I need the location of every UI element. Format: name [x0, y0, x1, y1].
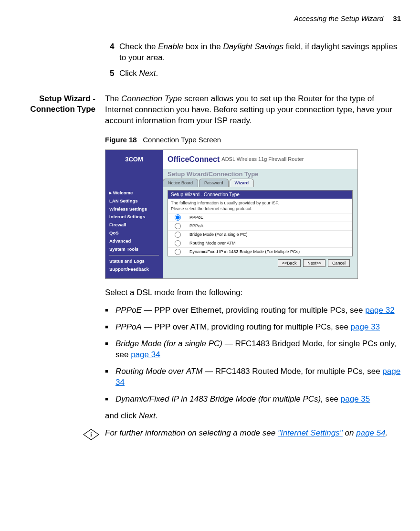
step-5: 5 Click Next.: [110, 68, 401, 79]
screenshot-brand: OfficeConnectADSL Wireless 11g Firewall …: [163, 150, 357, 169]
running-head-text: Accessing the Setup Wizard: [294, 14, 383, 22]
panel-info: The following information is usually pro…: [168, 199, 352, 212]
bullet-icon: ■: [105, 339, 116, 361]
screenshot-subtitle: Setup Wizard/Connection Type: [163, 169, 357, 179]
info-note: i For further information on selecting a…: [83, 428, 401, 444]
radio-1483-input[interactable]: [175, 249, 181, 255]
tab-notice-board[interactable]: Notice Board: [163, 179, 198, 187]
nav-status-logs[interactable]: Status and Logs: [109, 257, 163, 266]
link-page-35[interactable]: page 35: [341, 394, 370, 404]
bullet-icon: ■: [105, 394, 116, 405]
link-internet-settings[interactable]: "Internet Settings": [278, 428, 343, 437]
link-page-32[interactable]: page 32: [365, 306, 394, 315]
tab-password[interactable]: Password: [199, 179, 229, 187]
radio-routing-atm[interactable]: Routing Mode over ATM: [168, 239, 352, 247]
section-intro: The Connection Type screen allows you to…: [105, 94, 401, 127]
radio-1483[interactable]: Dynamic/Fixed IP in 1483 Bridge Mode (Fo…: [168, 247, 352, 256]
radio-bridge[interactable]: Bridge Mode (For a single PC): [168, 230, 352, 239]
screenshot-sidebar: Welcome LAN Settings Wireless Settings I…: [105, 187, 163, 278]
figure-caption: Figure 18 Connection Type Screen: [105, 135, 401, 145]
tab-wizard[interactable]: Wizard: [230, 179, 254, 187]
step-5-num: 5: [110, 68, 119, 79]
info-note-text: For further information on selecting a m…: [105, 428, 388, 439]
step-5-text: Click Next.: [119, 68, 401, 79]
link-page-33[interactable]: page 33: [351, 322, 380, 331]
nav-advanced[interactable]: Advanced: [109, 237, 163, 245]
after-list-instruction: and click Next.: [105, 411, 401, 422]
bullet-icon: ■: [105, 322, 116, 333]
section-heading: Setup Wizard - Connection Type: [19, 94, 105, 444]
dsl-item-pppoa: ■ PPPoA — PPP over ATM, providing routin…: [105, 322, 401, 333]
section-connection-type: Setup Wizard - Connection Type The Conne…: [19, 94, 401, 444]
radio-pppoa[interactable]: PPPoA: [168, 222, 352, 230]
nav-lan[interactable]: LAN Settings: [109, 197, 163, 205]
step-4: 4 Check the Enable box in the Daylight S…: [110, 42, 401, 64]
cancel-button[interactable]: Cancel: [328, 259, 350, 267]
nav-firewall[interactable]: Firewall: [109, 221, 163, 229]
connection-type-panel: Setup Wizard - Connection Type The follo…: [168, 190, 353, 256]
step-4-text: Check the Enable box in the Daylight Sav…: [119, 42, 401, 64]
radio-pppoa-input[interactable]: [175, 223, 181, 229]
radio-routing-atm-input[interactable]: [175, 240, 181, 246]
radio-pppoe-input[interactable]: [175, 214, 181, 221]
figure-18-screenshot: 3COM OfficeConnectADSL Wireless 11g Fire…: [105, 149, 358, 279]
dsl-item-1483: ■ Dynamic/Fixed IP in 1483 Bridge Mode (…: [105, 394, 401, 405]
bullet-icon: ■: [105, 305, 116, 316]
bullet-icon: ■: [105, 366, 116, 388]
link-page-54[interactable]: page 54: [356, 428, 385, 437]
back-button[interactable]: <<Back: [278, 259, 301, 267]
nav-qos[interactable]: QoS: [109, 229, 163, 237]
page-number: 31: [393, 14, 401, 22]
nav-internet[interactable]: Internet Settings: [109, 213, 163, 221]
nav-support-feedback[interactable]: Support/Feedback: [109, 266, 163, 274]
radio-bridge-input[interactable]: [175, 232, 181, 238]
panel-heading: Setup Wizard - Connection Type: [168, 191, 352, 199]
radio-pppoe[interactable]: PPPoE: [168, 213, 352, 222]
running-header: Accessing the Setup Wizard 31: [19, 14, 401, 22]
info-icon: i: [83, 429, 99, 440]
step-4-num: 4: [110, 42, 119, 64]
nav-welcome[interactable]: Welcome: [109, 189, 163, 197]
svg-text:i: i: [90, 431, 92, 438]
dsl-item-bridge: ■ Bridge Mode (for a single PC) — RFC148…: [105, 339, 401, 361]
nav-system-tools[interactable]: System Tools: [109, 245, 163, 254]
dsl-item-pppoe: ■ PPPoE — PPP over Ethernet, providing r…: [105, 305, 401, 316]
nav-wireless[interactable]: Wireless Settings: [109, 205, 163, 213]
link-page-34-a[interactable]: page 34: [131, 350, 160, 359]
dsl-mode-intro: Select a DSL mode from the following:: [105, 287, 401, 298]
screenshot-logo: 3COM: [105, 150, 163, 169]
dsl-item-routing-atm: ■ Routing Mode over ATM — RFC1483 Routed…: [105, 366, 401, 388]
next-button[interactable]: Next>>: [303, 259, 326, 267]
